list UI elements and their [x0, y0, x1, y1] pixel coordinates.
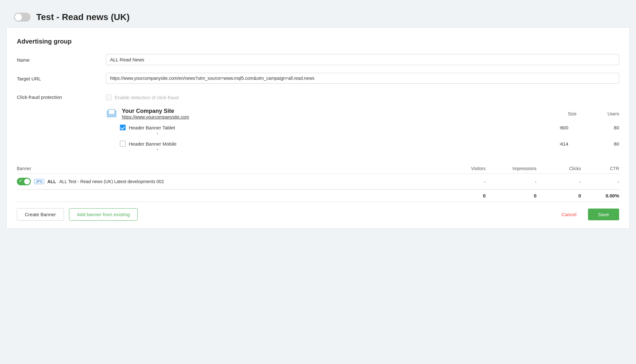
site-info: Your Company Site https://www.yourcompan…: [122, 108, 189, 120]
col-clicks: Clicks: [536, 166, 581, 171]
banner-mobile-name: Header Banner Mobile: [129, 141, 176, 147]
banner-tablet-users: -: [120, 130, 158, 136]
summary-clicks: 0: [536, 193, 581, 198]
banner-mobile-height: 80: [594, 141, 619, 147]
site-banner-row-1: Header Banner Mobile 414 × 80 -: [120, 138, 619, 155]
save-button[interactable]: Save: [588, 209, 619, 220]
site-name: Your Company Site: [122, 108, 189, 114]
footer-actions: Create Banner Add banner from existing C…: [17, 202, 619, 228]
click-fraud-group: Click-fraud protection Enable detection …: [17, 91, 619, 100]
click-fraud-label: Click-fraud protection: [17, 91, 106, 100]
banner-mobile-x: ×: [556, 141, 565, 146]
col-impressions: Impressions: [486, 166, 536, 171]
footer-left: Create Banner Add banner from existing: [17, 208, 138, 221]
summary-impressions: 0: [486, 193, 536, 198]
banner-tablet-name: Header Banner Tablet: [129, 125, 175, 130]
banner-list-row-0: JPG ALL ALL Test - Read news (UK) Latest…: [17, 174, 619, 189]
target-url-input[interactable]: [106, 73, 619, 84]
name-group: Name: [17, 54, 619, 65]
site-icon: [106, 108, 117, 120]
banner-mobile-users: -: [120, 147, 158, 152]
target-url-group: Target URL: [17, 73, 619, 84]
site-section: Your Company Site https://www.yourcompan…: [106, 108, 619, 155]
click-fraud-checkbox-group: Enable detection of click-fraud: [106, 91, 179, 100]
click-fraud-checkbox[interactable]: [106, 94, 112, 100]
section-title: Advertising group: [17, 38, 619, 45]
target-url-label: Target URL: [17, 73, 106, 81]
col-visitors: Visitors: [441, 166, 486, 171]
site-banner-row-0: Header Banner Tablet 800 × 80 -: [120, 122, 619, 138]
banner-format-0: JPG: [34, 179, 44, 184]
banner-type-0: ALL: [47, 179, 56, 184]
cancel-button[interactable]: Cancel: [554, 209, 584, 220]
create-banner-button[interactable]: Create Banner: [17, 208, 64, 221]
summary-ctr: 0.00%: [581, 193, 619, 198]
banner-list-section: Banner Visitors Impressions Clicks CTR J…: [17, 163, 619, 202]
page-header: Test - Read news (UK): [6, 6, 630, 27]
name-input[interactable]: [106, 54, 619, 65]
page-toggle[interactable]: [14, 13, 31, 22]
site-url[interactable]: https://www.yourcompanysite.com: [122, 114, 189, 120]
banner-impressions-0: -: [486, 179, 536, 184]
banner-visitors-0: -: [441, 179, 486, 184]
site-banner-list: Header Banner Tablet 800 × 80 - Header B…: [106, 122, 619, 155]
banner-ctr-0: -: [581, 179, 619, 184]
banner-tablet-checkbox[interactable]: [120, 125, 126, 130]
footer-right: Cancel Save: [554, 209, 619, 220]
banner-tablet-height: 80: [594, 125, 619, 130]
main-card: Advertising group Name Target URL Click-…: [6, 27, 630, 229]
site-header: Your Company Site https://www.yourcompan…: [106, 108, 619, 120]
summary-visitors: 0: [441, 193, 486, 198]
banner-name-0: ALL Test - Read news (UK) Latest develop…: [59, 179, 164, 184]
banner-tablet-x: ×: [556, 125, 565, 130]
svg-rect-2: [109, 110, 114, 114]
add-banner-button[interactable]: Add banner from existing: [69, 208, 138, 221]
size-header: Size: [538, 111, 577, 116]
name-label: Name: [17, 54, 106, 63]
banner-clicks-0: -: [536, 179, 581, 184]
banner-list-header: Banner Visitors Impressions Clicks CTR: [17, 163, 619, 174]
users-header: Users: [581, 111, 619, 116]
banner-toggle-0[interactable]: [17, 178, 31, 185]
summary-row: 0 0 0 0.00%: [17, 189, 619, 202]
col-banner: Banner: [17, 166, 441, 171]
banner-mobile-checkbox[interactable]: [120, 141, 126, 147]
col-ctr: CTR: [581, 166, 619, 171]
click-fraud-placeholder: Enable detection of click-fraud: [115, 95, 179, 100]
page-title: Test - Read news (UK): [36, 12, 130, 22]
